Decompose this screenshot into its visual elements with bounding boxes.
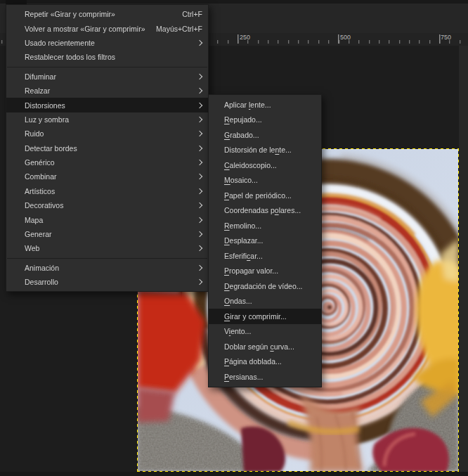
menu-item-papel-de-periodico[interactable]: Papel de periódico... bbox=[209, 188, 321, 203]
canvas-gutter-right bbox=[459, 46, 468, 476]
submenu-arrow-icon bbox=[197, 40, 202, 46]
menu-item-restablecer-todos-los-filtros[interactable]: Restablecer todos los filtros bbox=[6, 50, 208, 64]
menu-item-label: Remolino... bbox=[224, 221, 316, 230]
menu-item-pagina-doblada[interactable]: Página doblada... bbox=[209, 354, 321, 370]
menu-item-decorativos[interactable]: Decorativos bbox=[6, 198, 208, 212]
menu-item-label: Animación bbox=[25, 264, 197, 272]
menu-item-usado-recientemente[interactable]: Usado recientemente bbox=[6, 36, 208, 50]
menu-item-label: Página doblada... bbox=[224, 357, 316, 366]
menu-item-label: Usado recientemente bbox=[25, 39, 197, 47]
menu-item-label: Realzar bbox=[25, 86, 197, 95]
menu-item-ruido[interactable]: Ruido bbox=[6, 127, 208, 141]
submenu-arrow-icon bbox=[197, 279, 202, 285]
submenu-arrow-icon bbox=[197, 145, 202, 150]
menu-item-label: Web bbox=[25, 244, 197, 252]
menu-item-web[interactable]: Web bbox=[6, 241, 208, 255]
menu-item-mosaico[interactable]: Mosaico... bbox=[209, 173, 321, 188]
filters-context-menu: Repetir «Girar y comprimir»Ctrl+FVolver … bbox=[6, 4, 209, 292]
menu-item-label: Degradación de vídeo... bbox=[224, 282, 316, 290]
menu-item-desarrollo[interactable]: Desarrollo bbox=[6, 275, 208, 289]
menu-item-label: Viento... bbox=[224, 327, 316, 335]
submenu-arrow-icon bbox=[197, 117, 202, 122]
menu-item-aplicar-lente[interactable]: Aplicar lente... bbox=[209, 97, 321, 112]
menu-item-ondas[interactable]: Ondas... bbox=[209, 294, 321, 309]
submenu-arrow-icon bbox=[197, 265, 202, 271]
menu-item-label: Grabado... bbox=[224, 131, 316, 139]
menu-item-volver-a-mostrar-girar-y-comprimir[interactable]: Volver a mostrar «Girar y comprimir»Mayú… bbox=[6, 21, 208, 35]
submenu-arrow-icon bbox=[197, 102, 202, 108]
menu-item-caleidoscopio[interactable]: Caleidoscopio... bbox=[209, 157, 321, 173]
submenu-arrow-icon bbox=[197, 74, 202, 79]
menu-item-remolino[interactable]: Remolino... bbox=[209, 218, 321, 233]
menu-item-detectar-bordes[interactable]: Detectar bordes bbox=[6, 141, 208, 155]
submenu-arrow-icon bbox=[197, 188, 202, 194]
menu-item-label: Detectar bordes bbox=[25, 144, 197, 153]
menu-item-generar[interactable]: Generar bbox=[6, 227, 208, 241]
layer-boundary bbox=[137, 471, 459, 472]
ruler-label: 250 bbox=[240, 34, 250, 41]
menu-item-realzar[interactable]: Realzar bbox=[6, 84, 208, 98]
menu-item-label: Distorsión de lente... bbox=[224, 146, 316, 154]
menu-item-mapa[interactable]: Mapa bbox=[6, 212, 208, 226]
menu-item-shortcut: Ctrl+F bbox=[182, 10, 202, 18]
menu-item-label: Coordenadas polares... bbox=[224, 206, 316, 214]
menu-item-label: Mapa bbox=[25, 216, 197, 224]
menu-item-label: Artísticos bbox=[25, 187, 197, 195]
menu-item-label: Persianas... bbox=[224, 373, 316, 381]
submenu-arrow-icon bbox=[197, 202, 202, 208]
menu-item-persianas[interactable]: Persianas... bbox=[209, 369, 321, 385]
menu-item-label: Girar y comprimir... bbox=[224, 312, 316, 321]
menu-item-label: Distorsiones bbox=[25, 101, 197, 110]
menu-item-generico[interactable]: Genérico bbox=[6, 155, 208, 169]
submenu-arrow-icon bbox=[197, 245, 202, 251]
menu-item-repetir-girar-y-comprimir[interactable]: Repetir «Girar y comprimir»Ctrl+F bbox=[6, 7, 208, 21]
menu-item-distorsion-de-lente[interactable]: Distorsión de lente... bbox=[209, 143, 321, 158]
menu-item-artisticos[interactable]: Artísticos bbox=[6, 184, 208, 198]
menu-item-label: Desarrollo bbox=[25, 278, 197, 286]
menu-item-label: Volver a mostrar «Girar y comprimir» bbox=[25, 25, 146, 33]
submenu-arrow-icon bbox=[197, 131, 202, 136]
menu-item-doblar-segun-curva[interactable]: Doblar según curva... bbox=[209, 339, 321, 354]
submenu-arrow-icon bbox=[197, 174, 202, 179]
menu-item-label: Luz y sombra bbox=[25, 115, 197, 124]
menu-item-propagar-valor[interactable]: Propagar valor... bbox=[209, 264, 321, 279]
menu-item-difuminar[interactable]: Difuminar bbox=[6, 70, 208, 84]
submenu-arrow-icon bbox=[197, 217, 202, 222]
menu-item-label: Aplicar lente... bbox=[224, 101, 316, 109]
menu-item-repujado[interactable]: Repujado... bbox=[209, 112, 321, 128]
menu-item-label: Generar bbox=[25, 230, 197, 238]
submenu-arrow-icon bbox=[197, 160, 202, 165]
menu-item-label: Repujado... bbox=[224, 115, 316, 124]
menu-item-girar-y-comprimir[interactable]: Girar y comprimir... bbox=[209, 309, 321, 324]
menu-item-esferificar[interactable]: Esferificar... bbox=[209, 248, 321, 264]
menu-item-label: Mosaico... bbox=[224, 176, 316, 184]
menu-item-degradacion-de-video[interactable]: Degradación de vídeo... bbox=[209, 278, 321, 294]
menu-item-label: Restablecer todos los filtros bbox=[25, 53, 202, 61]
menu-item-coordenadas-polares[interactable]: Coordenadas polares... bbox=[209, 203, 321, 219]
menu-item-combinar[interactable]: Combinar bbox=[6, 169, 208, 184]
distorsiones-submenu: Aplicar lente...Repujado...Grabado...Dis… bbox=[208, 94, 322, 387]
menu-item-label: Esferificar... bbox=[224, 252, 316, 260]
ruler-label: 500 bbox=[340, 34, 351, 41]
menu-item-label: Doblar según curva... bbox=[224, 342, 316, 351]
layer-boundary bbox=[458, 148, 459, 472]
menu-separator bbox=[7, 258, 207, 259]
menu-item-desplazar[interactable]: Desplazar... bbox=[209, 233, 321, 249]
menu-item-luz-y-sombra[interactable]: Luz y sombra bbox=[6, 112, 208, 127]
canvas-gutter-bottom bbox=[0, 472, 468, 476]
menu-separator bbox=[7, 67, 207, 67]
menu-item-label: Ruido bbox=[25, 129, 197, 138]
submenu-arrow-icon bbox=[197, 231, 202, 237]
menu-item-label: Combinar bbox=[25, 172, 197, 181]
submenu-arrow-icon bbox=[197, 88, 202, 94]
menu-item-label: Decorativos bbox=[25, 201, 197, 210]
menu-item-label: Desplazar... bbox=[224, 236, 316, 245]
menu-item-label: Difuminar bbox=[25, 72, 197, 81]
menu-item-viento[interactable]: Viento... bbox=[209, 324, 321, 340]
menu-item-animacion[interactable]: Animación bbox=[6, 261, 208, 275]
menu-item-label: Papel de periódico... bbox=[224, 191, 316, 200]
menu-item-label: Propagar valor... bbox=[224, 266, 316, 275]
menu-item-shortcut: Mayús+Ctrl+F bbox=[156, 25, 202, 33]
menu-item-grabado[interactable]: Grabado... bbox=[209, 127, 321, 143]
menu-item-distorsiones[interactable]: Distorsiones bbox=[6, 98, 208, 112]
